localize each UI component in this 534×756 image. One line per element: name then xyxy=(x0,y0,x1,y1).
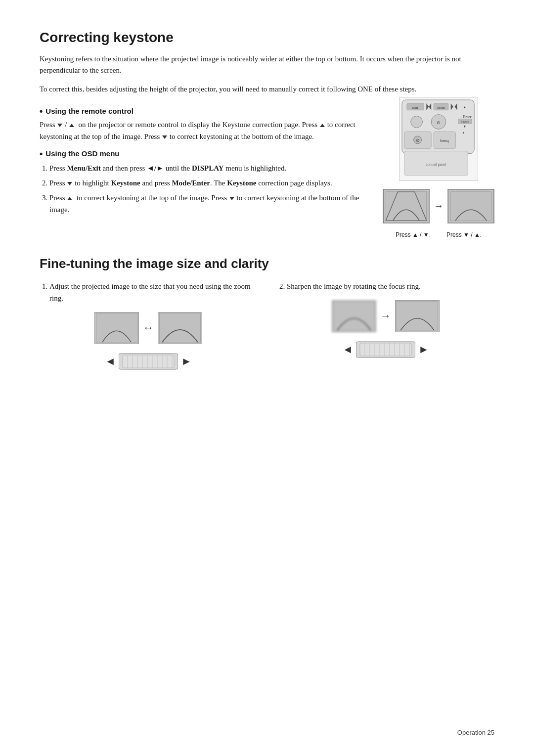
svg-text:⊙: ⊙ xyxy=(416,138,420,143)
press-labels: Press ▲ / ▼. Press ▼ / ▲. xyxy=(396,231,482,238)
zoom-left-arrow: ◄ xyxy=(105,355,116,368)
svg-rect-25 xyxy=(383,189,429,223)
svg-text:Enter: Enter xyxy=(463,114,471,119)
fine-tuning-step-1: Adjust the projected image to the size t… xyxy=(49,280,257,304)
bullet-using-osd-menu: • Using the OSD menu xyxy=(40,149,373,158)
focus-ring-svg xyxy=(356,339,415,360)
svg-text:control panel: control panel xyxy=(426,162,446,167)
fine-tuning-col2-list: Sharpen the image by rotating the focus … xyxy=(287,280,494,292)
focus-right-arrow: ► xyxy=(418,343,429,356)
fine-tuning-step-2: Sharpen the image by rotating the focus … xyxy=(287,280,494,292)
focus-sharp-image xyxy=(395,300,440,332)
intro-paragraph-1: Keystoning refers to the situation where… xyxy=(40,53,494,77)
remote-control-diagram: Exit Mode ▲ ⊙ Enter Source ▼ ▲ ⊙ xyxy=(399,97,478,181)
page-footer: Operation 25 xyxy=(457,729,494,736)
svg-rect-37 xyxy=(123,355,174,368)
bullet-using-remote-control: • Using the remote control xyxy=(40,107,373,116)
svg-text:Mode: Mode xyxy=(437,106,445,109)
bullet-dot-2: • xyxy=(40,149,43,158)
keystone-image-right xyxy=(447,189,494,223)
intro-paragraph-2: To correct this, besides adjusting the h… xyxy=(40,84,494,95)
osd-steps-list: Press Menu/Exit and then press ◄/► until… xyxy=(49,162,373,216)
bullet-dot-1: • xyxy=(40,107,43,116)
zoom-right-arrow: ► xyxy=(181,355,192,368)
remote-control-body-text: Press / on the projector or remote contr… xyxy=(40,119,373,142)
svg-text:Exit: Exit xyxy=(412,106,418,109)
zoom-small-image xyxy=(94,312,139,344)
focus-blurry-image xyxy=(332,300,376,332)
keystone-arrow: → xyxy=(434,189,444,223)
osd-step-2: Press to highlight Keystone and press Mo… xyxy=(49,177,373,189)
section-title-fine-tuning: Fine-tuning the image size and clarity xyxy=(40,256,494,271)
svg-text:▲: ▲ xyxy=(463,105,466,109)
keystone-image-left xyxy=(383,189,430,223)
svg-rect-32 xyxy=(95,312,138,344)
svg-text:benq: benq xyxy=(440,138,449,143)
focus-projector-base: ◄ xyxy=(342,339,429,360)
fine-tuning-col1-list: Adjust the projected image to the size t… xyxy=(49,280,257,304)
svg-point-10 xyxy=(411,116,423,128)
keystone-correction-images: → xyxy=(383,189,494,223)
osd-step-3: Press to correct keystoning at the top o… xyxy=(49,192,373,216)
svg-text:▼: ▼ xyxy=(463,125,466,128)
zoom-ring-diagram: ↔ ◄ xyxy=(40,312,257,372)
focus-arrow: → xyxy=(380,310,391,322)
svg-rect-48 xyxy=(332,301,375,332)
svg-text:⊙: ⊙ xyxy=(437,120,441,125)
osd-step-1: Press Menu/Exit and then press ◄/► until… xyxy=(49,162,373,174)
press-label-left: Press ▲ / ▼. xyxy=(396,231,431,238)
svg-text:▲: ▲ xyxy=(462,131,465,134)
svg-rect-53 xyxy=(360,343,411,356)
svg-rect-50 xyxy=(396,301,439,332)
svg-rect-29 xyxy=(448,189,493,223)
press-label-right: Press ▼ / ▲. xyxy=(446,231,482,238)
focus-ring-diagram: → ◄ xyxy=(277,300,494,360)
focus-left-arrow: ◄ xyxy=(342,343,353,356)
zoom-projector-base: ◄ xyxy=(105,351,192,372)
zoom-large-image xyxy=(158,312,202,344)
svg-text:Source: Source xyxy=(461,120,469,123)
zoom-arrow: ↔ xyxy=(143,321,154,334)
zoom-ring-svg xyxy=(119,351,178,372)
section-title-correcting-keystone: Correcting keystone xyxy=(40,30,494,45)
